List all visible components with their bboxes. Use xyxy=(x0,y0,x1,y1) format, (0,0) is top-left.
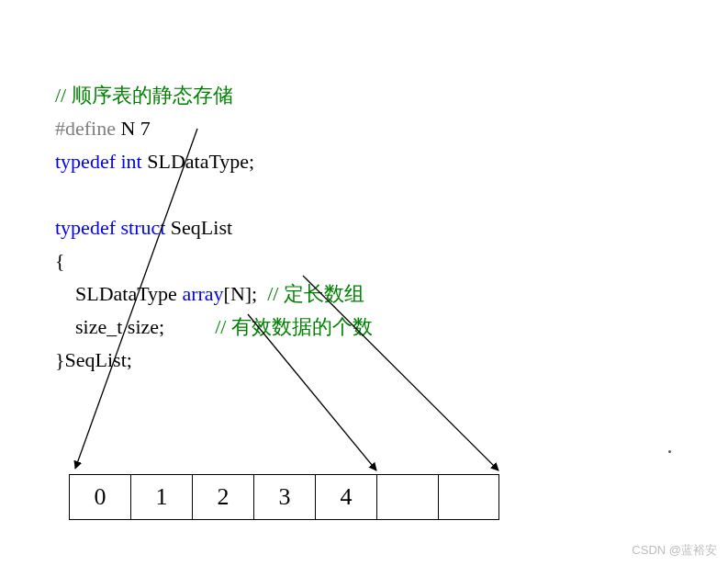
array-cell-0: 0 xyxy=(69,474,130,520)
array-cell-3: 3 xyxy=(253,474,315,520)
spacer xyxy=(164,315,215,338)
watermark-text: CSDN @蓝裕安 xyxy=(632,542,717,559)
array-decl-prefix: SLDataType xyxy=(55,282,182,305)
typedef-kw-1: typedef xyxy=(55,150,116,173)
struct-kw: struct xyxy=(120,216,165,239)
code-block: // 顺序表的静态存储 #define N 7 typedef int SLDa… xyxy=(55,46,373,377)
typedef-rest-1: SLDataType; xyxy=(142,150,254,173)
struct-name: SeqList xyxy=(165,216,232,239)
comment-line-1: // 顺序表的静态存储 xyxy=(55,84,233,107)
typedef-kw-2: typedef xyxy=(55,216,116,239)
comment-size: // 有效数据的个数 xyxy=(215,315,373,338)
array-cell-4: 4 xyxy=(315,474,376,520)
define-kw: #define xyxy=(55,117,116,140)
array-cell-6 xyxy=(438,474,499,520)
array-cell-1: 1 xyxy=(130,474,192,520)
array-cell-2: 2 xyxy=(192,474,253,520)
array-decl-rest: [N]; xyxy=(224,282,258,305)
open-brace: { xyxy=(55,249,65,272)
size-decl: size_t size; xyxy=(55,315,164,338)
define-rest: N 7 xyxy=(116,117,151,140)
int-kw: int xyxy=(120,150,141,173)
array-cell-5 xyxy=(376,474,438,520)
comment-array: // 定长数组 xyxy=(257,282,364,305)
close-struct: }SeqList; xyxy=(55,348,132,371)
array-diagram: 0 1 2 3 4 xyxy=(69,474,499,520)
stray-mark xyxy=(668,450,671,453)
array-kw: array xyxy=(182,282,223,305)
